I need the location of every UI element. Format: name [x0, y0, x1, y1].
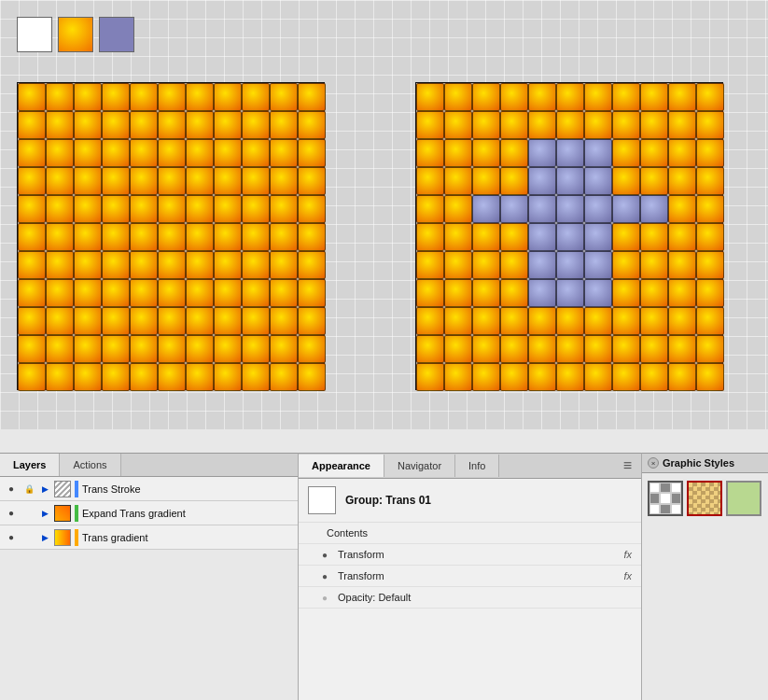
lock-icon-1[interactable]: 🔒	[22, 484, 35, 494]
opacity-label: Opacity: Default	[338, 592, 632, 603]
artwork-left	[17, 82, 325, 390]
gs-swatch-2[interactable]	[687, 481, 722, 516]
tile-right	[472, 251, 500, 279]
tile-right	[556, 167, 584, 195]
tile-right	[416, 167, 444, 195]
eye-icon-2[interactable]: ●	[4, 508, 19, 518]
tab-layers[interactable]: Layers	[0, 454, 60, 476]
tile-right	[528, 167, 556, 195]
transform-label-1: Transform	[338, 549, 618, 560]
tile-left	[186, 167, 214, 195]
chevron-1[interactable]: ▶	[39, 484, 50, 494]
eye-icon-transform-2[interactable]: ●	[317, 571, 332, 581]
close-icon[interactable]: ×	[648, 457, 659, 469]
tile-right	[668, 111, 696, 139]
appearance-row-transform-1[interactable]: ● Transform fx	[299, 544, 641, 566]
tile-grid-right	[415, 82, 723, 390]
appearance-menu-icon[interactable]: ≡	[614, 454, 641, 478]
tab-appearance[interactable]: Appearance	[299, 455, 384, 477]
tile-right	[696, 279, 724, 307]
tile-right	[500, 335, 528, 363]
layer-row-1[interactable]: ● 🔒 ▶ Trans Stroke	[0, 477, 298, 501]
eye-icon-3[interactable]: ●	[4, 532, 19, 542]
tile-right	[640, 195, 668, 223]
tile-right	[416, 251, 444, 279]
tile-right	[472, 83, 500, 111]
tile-right	[556, 139, 584, 167]
tile-right	[584, 167, 612, 195]
tile-right	[696, 195, 724, 223]
tab-info[interactable]: Info	[455, 455, 499, 477]
tile-right	[668, 363, 696, 391]
chevron-2[interactable]: ▶	[39, 509, 50, 518]
tile-left	[242, 307, 270, 335]
tile-right	[640, 363, 668, 391]
tile-right	[612, 335, 640, 363]
tile-left	[18, 111, 46, 139]
tile-right	[500, 111, 528, 139]
tab-navigator[interactable]: Navigator	[384, 455, 455, 477]
layers-tabs: Layers Actions	[0, 454, 298, 477]
tile-left	[18, 83, 46, 111]
tile-left	[214, 251, 242, 279]
tile-right	[668, 223, 696, 251]
tile-left	[46, 223, 74, 251]
eye-icon-opacity[interactable]: ●	[317, 593, 332, 603]
layer-thumb-3	[54, 529, 71, 546]
tile-left	[242, 335, 270, 363]
artwork-right	[415, 82, 723, 390]
eye-icon-transform-1[interactable]: ●	[317, 550, 332, 560]
tile-left	[130, 363, 158, 391]
tile-left	[298, 307, 326, 335]
eye-icon-1[interactable]: ●	[4, 483, 19, 494]
gs-swatch-1[interactable]	[648, 481, 683, 516]
tile-right	[556, 363, 584, 391]
swatches-bar	[17, 17, 134, 52]
tile-right	[696, 223, 724, 251]
orange-swatch[interactable]	[58, 17, 93, 52]
tile-left	[74, 251, 102, 279]
tile-right	[668, 195, 696, 223]
tile-left	[102, 83, 130, 111]
tile-left	[270, 335, 298, 363]
tab-actions[interactable]: Actions	[60, 454, 120, 476]
tile-left	[102, 251, 130, 279]
tile-right	[640, 111, 668, 139]
tile-left	[270, 363, 298, 391]
tile-right	[696, 111, 724, 139]
tile-left	[298, 279, 326, 307]
tile-right	[416, 139, 444, 167]
tile-left	[102, 167, 130, 195]
tile-left	[242, 195, 270, 223]
tile-left	[130, 335, 158, 363]
tile-right	[528, 139, 556, 167]
tile-left	[18, 335, 46, 363]
purple-swatch[interactable]	[99, 17, 134, 52]
tile-left	[74, 335, 102, 363]
tile-right	[444, 279, 472, 307]
layer-row-3[interactable]: ● 🔒 ▶ Trans gradient	[0, 525, 298, 550]
tile-left	[130, 223, 158, 251]
layer-color-1	[75, 481, 78, 497]
tile-left	[46, 139, 74, 167]
appearance-group-title: Group: Trans 01	[345, 494, 431, 507]
layer-row-2[interactable]: ● 🔒 ▶ Expand Trans gradient	[0, 501, 298, 525]
tile-right	[500, 223, 528, 251]
white-swatch[interactable]	[17, 17, 52, 52]
tile-left	[298, 83, 326, 111]
chevron-3[interactable]: ▶	[39, 533, 50, 542]
appearance-row-opacity[interactable]: ● Opacity: Default	[299, 587, 641, 609]
appearance-contents-row: Contents	[299, 523, 641, 544]
tile-left	[270, 251, 298, 279]
appearance-row-transform-2[interactable]: ● Transform fx	[299, 566, 641, 587]
layers-panel: Layers Actions ● 🔒 ▶ Trans Stroke ● 🔒 ▶ …	[0, 453, 299, 700]
gs-swatch-3[interactable]	[726, 481, 761, 516]
tile-right	[500, 167, 528, 195]
tile-right	[668, 307, 696, 335]
appearance-header: Group: Trans 01	[299, 479, 641, 523]
layer-thumb-2	[54, 505, 71, 522]
tile-left	[242, 223, 270, 251]
tile-right	[556, 195, 584, 223]
tile-left	[242, 83, 270, 111]
tile-left	[158, 363, 186, 391]
